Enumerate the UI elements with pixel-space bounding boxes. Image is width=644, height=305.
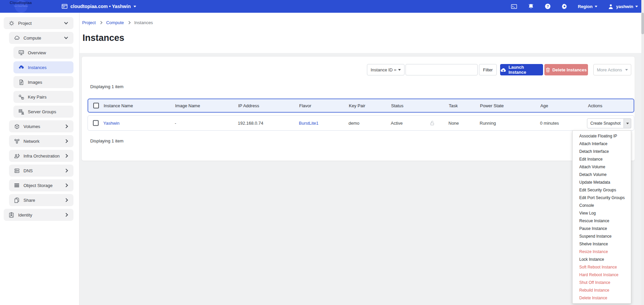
breadcrumb-compute[interactable]: Compute: [106, 20, 124, 25]
sidebar-item-object-storage[interactable]: Object Storage: [9, 179, 73, 191]
menu-item-attach-volume[interactable]: Attach Volume: [573, 163, 631, 171]
sidebar-item-overview[interactable]: Overview: [13, 47, 73, 59]
svg-text:?: ?: [546, 4, 549, 8]
row-checkbox[interactable]: [93, 120, 99, 126]
sidebar-item-images[interactable]: Images: [13, 76, 73, 88]
breadcrumb: Project Compute Instances: [82, 20, 153, 25]
col-actions: Actions: [588, 103, 602, 108]
help-icon[interactable]: ?: [544, 3, 551, 10]
page-header-band: [79, 13, 644, 53]
sidebar-item-label: Key Pairs: [28, 95, 69, 100]
scrollbar-thumb[interactable]: [641, 13, 644, 34]
trash-icon: [546, 67, 550, 72]
more-actions-button[interactable]: More Actions: [593, 64, 631, 75]
menu-item-console[interactable]: Console: [573, 202, 631, 209]
col-image-name[interactable]: Image Name: [175, 103, 200, 108]
status-cell: Active: [391, 121, 402, 126]
instance-name-link[interactable]: Yashwin: [103, 121, 119, 126]
settings-gear-icon[interactable]: [561, 3, 568, 10]
delete-button-label: Delete Instances: [552, 67, 587, 72]
menu-item-soft-reboot-instance[interactable]: Soft Reboot Instance: [573, 263, 631, 271]
sidebar-item-server-groups[interactable]: Server Groups: [13, 106, 73, 118]
actions-dropdown-toggle[interactable]: [624, 118, 631, 128]
menu-item-resize-instance[interactable]: Resize Instance: [573, 248, 631, 256]
col-power-state[interactable]: Power State: [480, 103, 504, 108]
project-context-switcher[interactable]: cloudtopiaa.com • Yashwin: [61, 0, 136, 13]
menu-item-detach-volume[interactable]: Detach Volume: [573, 171, 631, 179]
sidebar-item-project[interactable]: Project: [4, 17, 73, 29]
delete-instances-button[interactable]: Delete Instances: [544, 64, 588, 75]
menu-item-hard-reboot-instance[interactable]: Hard Reboot Instance: [573, 271, 631, 279]
sidebar-item-volumes[interactable]: Volumes: [9, 120, 73, 132]
menu-item-update-metadata[interactable]: Update Metadata: [573, 179, 631, 186]
brand-logo[interactable]: Cloudtopiaa Your Cloud Partner: [7, 1, 34, 7]
menu-item-detach-interface[interactable]: Detach Interface: [573, 148, 631, 156]
search-input[interactable]: [406, 64, 478, 75]
key-pairs-icon: [18, 94, 24, 100]
launch-instance-button[interactable]: Launch Instance: [500, 64, 543, 75]
filter-button[interactable]: Filter: [479, 64, 497, 75]
sidebar-item-dns[interactable]: DNS: [9, 165, 73, 177]
menu-item-associate-floating-ip[interactable]: Associate Floating IP: [573, 132, 631, 140]
compute-cloud-icon: [14, 35, 20, 41]
more-actions-label: More Actions: [597, 67, 622, 72]
create-snapshot-button[interactable]: Create Snapshot: [587, 118, 624, 128]
user-menu[interactable]: yashwin: [607, 3, 638, 10]
header-actions: ? Region yashwin: [511, 0, 638, 13]
sidebar-item-label: Share: [23, 198, 61, 203]
menu-item-edit-port-security-groups[interactable]: Edit Port Security Groups: [573, 194, 631, 202]
menu-item-edit-instance[interactable]: Edit Instance: [573, 156, 631, 163]
chevron-right-icon: [64, 154, 68, 158]
instance-actions-menu: Associate Floating IP Attach Interface D…: [572, 130, 631, 304]
chevron-down-icon: [398, 69, 401, 71]
chevron-down-icon: [64, 20, 68, 24]
menu-item-shelve-instance[interactable]: Shelve Instance: [573, 240, 631, 248]
network-icon: [14, 138, 20, 144]
menu-item-delete-instance[interactable]: Delete Instance: [573, 294, 631, 302]
project-gear-icon: [8, 20, 14, 26]
menu-item-suspend-instance[interactable]: Suspend Instance: [573, 233, 631, 240]
breadcrumb-project[interactable]: Project: [82, 20, 96, 25]
sidebar-item-compute[interactable]: Compute: [9, 32, 73, 44]
col-key-pair[interactable]: Key Pair: [349, 103, 365, 108]
menu-item-shut-off-instance[interactable]: Shut Off Instance: [573, 279, 631, 287]
col-ip-address[interactable]: IP Address: [238, 103, 259, 108]
menu-item-rescue-instance[interactable]: Rescue Instance: [573, 217, 631, 225]
menu-item-edit-security-groups[interactable]: Edit Security Groups: [573, 186, 631, 194]
filter-field-label: Instance ID =: [371, 67, 396, 72]
menu-item-view-log[interactable]: View Log: [573, 209, 631, 217]
sidebar-item-instances[interactable]: Instances: [13, 61, 73, 73]
chevron-right-icon: [64, 139, 68, 143]
sidebar-item-key-pairs[interactable]: Key Pairs: [13, 91, 73, 103]
menu-item-lock-instance[interactable]: Lock Instance: [573, 256, 631, 263]
col-task[interactable]: Task: [449, 103, 458, 108]
sidebar-item-identity[interactable]: Identity: [4, 209, 73, 221]
flavor-link[interactable]: BurstLite1: [299, 121, 319, 126]
sidebar-item-label: Overview: [28, 50, 69, 55]
filter-button-label: Filter: [483, 67, 493, 72]
col-instance-name[interactable]: Instance Name: [104, 103, 133, 108]
chevron-right-icon: [64, 183, 68, 187]
select-all-checkbox[interactable]: [93, 103, 99, 109]
scrollbar-track: [641, 0, 644, 305]
dns-server-icon: [14, 168, 20, 174]
instances-cloud-icon: [18, 64, 24, 70]
user-icon: [607, 3, 614, 10]
menu-item-attach-interface[interactable]: Attach Interface: [573, 140, 631, 148]
menu-item-pause-instance[interactable]: Pause Instance: [573, 225, 631, 233]
sidebar-item-share[interactable]: Share: [9, 194, 73, 206]
col-flavor[interactable]: Flavor: [299, 103, 311, 108]
chevron-right-icon: [64, 169, 68, 172]
sidebar-item-network[interactable]: Network: [9, 135, 73, 147]
console-icon[interactable]: [511, 3, 518, 10]
sidebar-item-label: Infra Orchestration: [23, 154, 61, 159]
menu-item-rebuild-instance[interactable]: Rebuild Instance: [573, 287, 631, 294]
sidebar-item-label: Identity: [18, 212, 61, 218]
notifications-bell-icon[interactable]: [528, 3, 534, 10]
region-menu[interactable]: Region: [578, 4, 597, 9]
filter-field-select[interactable]: Instance ID =: [367, 64, 405, 75]
sidebar-item-label: Volumes: [23, 124, 61, 129]
col-status[interactable]: Status: [391, 103, 404, 108]
sidebar-item-infra-orchestration[interactable]: Infra Orchestration: [9, 150, 73, 162]
col-age[interactable]: Age: [540, 103, 548, 108]
